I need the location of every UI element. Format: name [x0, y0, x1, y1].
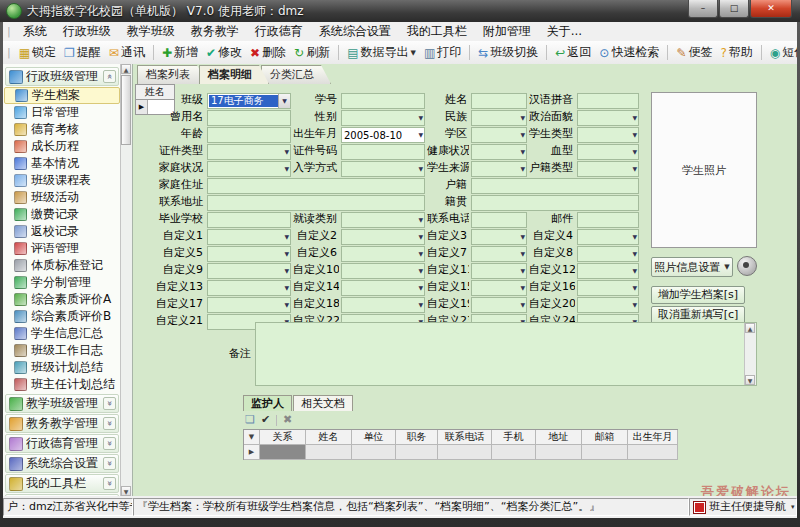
sidebar-scrollbar[interactable]: ▲ ▼	[120, 64, 132, 496]
menu-item-8[interactable]: 关于...	[539, 22, 590, 41]
field-custom15[interactable]: ▼	[471, 280, 527, 296]
field-custom18[interactable]: ▼	[341, 297, 425, 313]
guardian-data-row[interactable]: ▶	[244, 445, 678, 460]
guardian-cell-8[interactable]	[628, 445, 678, 460]
sidebar-item-14[interactable]: 学生信息汇总	[4, 325, 120, 342]
guardian-cell-2[interactable]	[352, 445, 396, 460]
guardian-column-4[interactable]: 联系电话	[438, 430, 492, 445]
field-district[interactable]: ▼	[471, 127, 527, 143]
sidebar-item-3[interactable]: 成长历程	[4, 138, 120, 155]
chevron-down-icon[interactable]: »	[103, 457, 116, 470]
sidebar-item-7[interactable]: 缴费记录	[4, 206, 120, 223]
menu-item-3[interactable]: 教务教学	[183, 22, 247, 41]
field-id-number[interactable]	[341, 144, 425, 160]
remarks-scrollbar[interactable]: ▲ ▼	[744, 323, 756, 385]
field-custom16[interactable]: ▼	[577, 280, 639, 296]
guardian-cell-3[interactable]	[396, 445, 438, 460]
field-contact-address[interactable]	[207, 195, 425, 211]
chevron-down-icon[interactable]: »	[103, 417, 116, 430]
field-age[interactable]	[207, 127, 291, 143]
chevron-up-icon[interactable]: «	[103, 70, 116, 83]
toolbar-add-button[interactable]: ✚新增	[158, 42, 202, 63]
menu-item-4[interactable]: 行政德育	[247, 22, 311, 41]
field-ethnicity[interactable]: ▼	[471, 110, 527, 126]
toolbar-help-button[interactable]: ?帮助	[716, 42, 756, 63]
toolbar-print-button[interactable]: ▥打印	[420, 42, 465, 63]
toolbar-modify-button[interactable]: ✔修改	[202, 42, 246, 63]
field-household[interactable]	[471, 178, 639, 194]
field-native-place[interactable]	[471, 195, 639, 211]
guardian-tab-1[interactable]: 相关文档	[293, 395, 353, 411]
remarks-textarea[interactable]: ▲ ▼	[255, 322, 757, 386]
add-student-record-button[interactable]: 增加学生档案[s]	[651, 286, 745, 304]
field-custom14[interactable]: ▼	[341, 280, 425, 296]
field-custom3[interactable]: ▼	[471, 229, 527, 245]
guardian-tab-0[interactable]: 监护人	[243, 395, 292, 411]
field-study-category[interactable]: ▼	[341, 212, 425, 228]
webcam-icon[interactable]	[737, 256, 757, 276]
menu-item-5[interactable]: 系统综合设置	[311, 22, 399, 41]
field-student-id[interactable]	[341, 93, 425, 109]
guardian-cell-0[interactable]	[260, 445, 306, 460]
field-health[interactable]: ▼	[471, 144, 527, 160]
chevron-down-icon[interactable]: »	[103, 437, 116, 450]
scroll-up-icon[interactable]: ▲	[121, 64, 131, 74]
field-custom6[interactable]: ▼	[341, 246, 425, 262]
scroll-down-icon[interactable]: ▼	[121, 486, 131, 496]
sidebar-item-6[interactable]: 班级活动	[4, 189, 120, 206]
menu-item-6[interactable]: 我的工具栏	[399, 22, 475, 41]
tab-2[interactable]: 分类汇总	[261, 65, 331, 84]
field-custom10[interactable]: ▼	[341, 263, 425, 279]
field-former-name[interactable]	[207, 110, 291, 126]
toolbar-note-button[interactable]: ✎便签	[672, 42, 716, 63]
toolbar-export-button[interactable]: ▤数据导出▼	[343, 42, 420, 63]
guardian-column-5[interactable]: 手机	[492, 430, 536, 445]
sidebar-item-5[interactable]: 班级课程表	[4, 172, 120, 189]
tab-1[interactable]: 档案明细	[199, 65, 269, 84]
toolbar-back-button[interactable]: ↩返回	[551, 42, 595, 63]
sidebar-item-12[interactable]: 综合素质评价A	[4, 291, 120, 308]
menu-item-0[interactable]: 系统	[15, 22, 55, 41]
sidebar-item-15[interactable]: 班级工作日志	[4, 342, 120, 359]
field-id-type[interactable]: ▼	[207, 144, 291, 160]
insert-icon[interactable]: ❏	[245, 414, 255, 426]
tab-0[interactable]: 档案列表	[137, 65, 207, 84]
sidebar-item-13[interactable]: 综合素质评价B	[4, 308, 120, 325]
chevron-down-icon[interactable]: »	[103, 397, 116, 410]
field-blood-type[interactable]: ▼	[577, 144, 639, 160]
guardian-cell-4[interactable]	[438, 445, 492, 460]
toolbar-remind-button[interactable]: ❐提醒	[60, 42, 105, 63]
sidebar-group-academic-teaching-mgmt[interactable]: 教务教学管理»	[5, 414, 119, 433]
guardian-column-2[interactable]: 单位	[352, 430, 396, 445]
field-student-source[interactable]: ▼	[471, 161, 527, 177]
field-household-type[interactable]: ▼	[577, 161, 639, 177]
field-custom9[interactable]: ▼	[207, 263, 291, 279]
toolbar-quick-search-button[interactable]: ⊙快速检索	[595, 42, 663, 63]
guardian-cell-1[interactable]	[306, 445, 352, 460]
scroll-down-icon[interactable]: ▼	[745, 375, 755, 385]
sidebar-item-17[interactable]: 班主任计划总结	[4, 376, 120, 393]
field-family-status[interactable]: ▼	[207, 161, 291, 177]
toolbar-refresh-button[interactable]: ↻刷新	[290, 42, 334, 63]
field-home-address[interactable]	[207, 178, 425, 194]
field-custom13[interactable]: ▼	[207, 280, 291, 296]
toolbar-delete-button[interactable]: ✖删除	[246, 42, 290, 63]
menu-item-1[interactable]: 行政班级	[55, 22, 119, 41]
chevron-down-icon[interactable]: »	[103, 477, 116, 490]
field-custom11[interactable]: ▼	[471, 263, 527, 279]
field-graduate-school[interactable]	[207, 212, 291, 228]
field-birth-date[interactable]: 2005-08-10▼	[341, 127, 425, 143]
toolbar-lock-button[interactable]: ▦锁定	[15, 42, 60, 63]
guardian-column-0[interactable]: 关系	[260, 430, 306, 445]
sidebar-item-11[interactable]: 学分制管理	[4, 274, 120, 291]
sidebar-item-4[interactable]: 基本情况	[4, 155, 120, 172]
sidebar-group-admin-class-mgmt[interactable]: 行政班级管理«	[5, 67, 119, 86]
guardian-cell-5[interactable]	[492, 445, 536, 460]
sidebar-item-1[interactable]: 日常管理	[4, 104, 120, 121]
toolbar-message-button[interactable]: ✉通讯	[105, 42, 149, 63]
field-political-status[interactable]: ▼	[577, 110, 639, 126]
sidebar-group-teaching-class-mgmt[interactable]: 教学班级管理»	[5, 394, 119, 413]
photo-settings-button[interactable]: 照片信息设置 ▼	[651, 257, 733, 277]
field-custom17[interactable]: ▼	[207, 297, 291, 313]
field-name[interactable]	[471, 93, 527, 109]
